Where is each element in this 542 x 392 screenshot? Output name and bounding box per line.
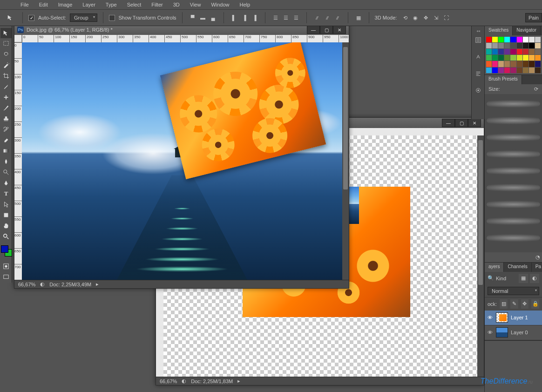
lock-position-icon[interactable]: ✥ [521, 299, 529, 309]
paragraph-panel-icon[interactable] [473, 67, 484, 80]
collapse-handle-icon[interactable]: ◂◂ [472, 29, 484, 33]
doc1-canvas[interactable] [22, 42, 342, 280]
pen-tool[interactable] [0, 178, 12, 188]
swatch[interactable] [517, 43, 522, 48]
pan-icon[interactable]: ✥ [421, 13, 430, 22]
path-select-tool[interactable] [0, 199, 12, 210]
paths-tab[interactable]: Pa [532, 263, 542, 272]
brush-list[interactable] [485, 94, 542, 252]
menu-filter[interactable]: Filter [147, 1, 167, 8]
dist-vcenter-icon[interactable]: ☰ [281, 13, 291, 22]
menu-3d[interactable]: 3D [169, 1, 184, 8]
gradient-tool[interactable] [0, 146, 12, 156]
swatch[interactable] [504, 68, 510, 73]
swatch[interactable] [492, 61, 498, 67]
swatch[interactable] [498, 43, 504, 48]
show-transform-checkbox[interactable] [109, 15, 115, 21]
align-vcenter-icon[interactable]: ▬ [198, 13, 208, 22]
swatch[interactable] [498, 68, 504, 73]
crop-tool[interactable] [0, 71, 12, 81]
align-hcenter-icon[interactable]: ▐ [240, 13, 249, 22]
eyedropper-tool[interactable] [0, 81, 12, 92]
blend-mode-dropdown[interactable]: Normal [488, 287, 539, 295]
swatch[interactable] [535, 61, 541, 67]
close-button[interactable]: ✕ [468, 119, 481, 127]
swatch[interactable] [529, 61, 535, 67]
layer-thumbnail[interactable] [496, 327, 508, 338]
maximize-button[interactable]: ▢ [455, 119, 468, 127]
minimize-button[interactable]: — [442, 119, 455, 127]
close-button[interactable]: ✕ [333, 26, 346, 34]
swatch[interactable] [535, 68, 541, 73]
swatches-tab[interactable]: Swatches [485, 26, 513, 35]
lasso-tool[interactable] [0, 49, 12, 60]
disclosure-icon[interactable]: ▸ [96, 281, 99, 287]
swatch[interactable] [535, 49, 541, 54]
brush-presets-tab[interactable]: Brush Presets [485, 75, 522, 84]
swatch[interactable] [498, 49, 504, 54]
menu-image[interactable]: Image [54, 1, 77, 8]
swatch[interactable] [492, 68, 498, 73]
swatch[interactable] [504, 43, 510, 48]
layer-row-1[interactable]: 👁 Layer 1 [485, 311, 542, 325]
navigator-tab[interactable]: Navigator [513, 26, 541, 35]
quickmask-tool[interactable] [0, 261, 12, 271]
dist-left-icon[interactable]: ⫽ [312, 13, 322, 22]
auto-select-checkbox[interactable] [28, 15, 34, 21]
lock-transparent-icon[interactable]: ▨ [500, 299, 508, 309]
orbit-icon[interactable]: ⟲ [400, 13, 410, 22]
filter-icon[interactable]: 🔍 [488, 275, 494, 281]
swatch[interactable] [486, 43, 492, 48]
character-panel-icon[interactable] [473, 50, 484, 63]
swatch[interactable] [529, 68, 535, 73]
menu-window[interactable]: Window [206, 1, 234, 8]
swatch[interactable] [523, 68, 528, 73]
swatch[interactable] [510, 43, 516, 48]
swatch[interactable] [529, 37, 535, 42]
menu-layer[interactable]: Layer [78, 1, 100, 8]
swatch[interactable] [498, 61, 504, 67]
menu-select[interactable]: Select [122, 1, 146, 8]
dist-top-icon[interactable]: ☰ [271, 13, 280, 22]
doc2-scrollbar[interactable] [477, 135, 484, 377]
doc1-zoom[interactable]: 66,67% [18, 282, 35, 287]
swatch[interactable] [504, 55, 510, 61]
current-tool-icon[interactable] [4, 13, 17, 23]
wand-tool[interactable] [0, 60, 12, 70]
swatch[interactable] [486, 61, 492, 67]
swatch[interactable] [535, 55, 541, 61]
marquee-tool[interactable] [0, 39, 12, 49]
doc2-zoom[interactable]: 66,67% [160, 378, 177, 384]
swatch[interactable] [517, 49, 522, 54]
stamp-tool[interactable] [0, 114, 12, 124]
swatch[interactable] [492, 37, 498, 42]
layer-name[interactable]: Layer 1 [511, 315, 528, 320]
swatch[interactable] [535, 43, 541, 48]
auto-align-icon[interactable]: ▦ [354, 13, 363, 22]
shape-tool[interactable] [0, 210, 12, 220]
info-icon[interactable]: ◐ [40, 281, 45, 287]
doc1-ruler-horizontal[interactable]: 0501001502002503003504004505005506006507… [22, 35, 349, 42]
swatch[interactable] [510, 49, 516, 54]
swatch[interactable] [504, 49, 510, 54]
swatch[interactable] [504, 37, 510, 42]
swatch[interactable] [486, 49, 492, 54]
history-panel-icon[interactable] [473, 34, 484, 47]
roll-icon[interactable]: ◉ [411, 13, 420, 22]
swatch[interactable] [486, 37, 492, 42]
swatch[interactable] [492, 49, 498, 54]
dist-bottom-icon[interactable]: ☰ [291, 13, 301, 22]
swatch[interactable] [498, 55, 504, 61]
visibility-icon[interactable]: 👁 [487, 314, 493, 321]
swatch[interactable] [510, 61, 516, 67]
menu-view[interactable]: View [185, 1, 206, 8]
swatch[interactable] [523, 49, 528, 54]
eraser-tool[interactable] [0, 135, 12, 145]
reset-icon[interactable]: ⟳ [534, 86, 538, 92]
align-left-icon[interactable]: ▌ [230, 13, 239, 22]
dodge-tool[interactable] [0, 167, 12, 177]
move-tool[interactable] [0, 28, 12, 38]
swatch[interactable] [517, 37, 522, 42]
filter-pixel-icon[interactable]: ▦ [519, 274, 528, 283]
doc1-ruler-vertical[interactable]: 0501001502002503003504004505005506006507… [14, 42, 22, 280]
